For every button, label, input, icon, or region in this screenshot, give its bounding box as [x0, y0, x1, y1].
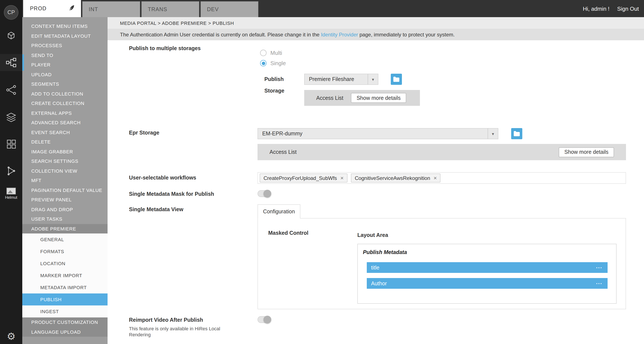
reimport-note: This feature is only available in HiRes … [129, 326, 232, 338]
workflow-tag-createproxy[interactable]: CreateProxyForUpload_SubWfs × [260, 174, 348, 182]
sidebar-item-external-apps[interactable]: EXTERNAL APPS [22, 108, 108, 118]
sidebar-subitem-metadata-import[interactable]: METADATA IMPORT [22, 282, 108, 294]
workflows-tag-input[interactable]: CreateProxyForUpload_SubWfs × CognitiveS… [258, 172, 626, 184]
dropdown-arrow-icon: ▾ [488, 128, 498, 139]
sidebar-item-edit-metadata-layout[interactable]: EDIT METADATA LAYOUT [22, 31, 108, 41]
avatar[interactable]: CP [4, 5, 18, 20]
epr-storage-show-more-button[interactable]: Show more details [559, 147, 614, 157]
metadata-field-label: title [371, 264, 380, 270]
reimport-toggle[interactable] [258, 316, 271, 323]
sidebar-item-add-to-collection[interactable]: ADD TO COLLECTION [22, 89, 108, 98]
folder-icon [514, 131, 520, 136]
sidebar-item-image-grabber[interactable]: IMAGE GRABBER [22, 147, 108, 156]
sidebar-item-upload[interactable]: UPLOAD [22, 70, 108, 79]
epr-storage-browse-button[interactable] [511, 128, 522, 139]
field-menu-icon[interactable]: ... [596, 263, 602, 269]
sidebar-item-delete[interactable]: DELETE [22, 137, 108, 147]
sidebar-item-event-search[interactable]: EVENT SEARCH [22, 128, 108, 137]
single-mask-label: Single Metadata Mask for Publish [129, 191, 214, 197]
apps-icon[interactable] [0, 135, 22, 152]
tab-trans[interactable]: TRANS [142, 1, 199, 17]
layout-area-label: Layout Area [357, 232, 388, 238]
publish-storage-dropdown[interactable]: Premiere Fileshare ▾ [304, 74, 378, 85]
metadata-field-author[interactable]: Author ... [367, 278, 608, 289]
radio-single[interactable]: Single [260, 60, 286, 66]
app-viewport: PROD INT TRANS DEV Hi, admin ! Sign Out … [0, 0, 644, 344]
icon-rail: CP Helmut ⚙ [0, 0, 22, 344]
single-mask-toggle[interactable] [258, 190, 271, 197]
sidebar-item-player[interactable]: PLAYER [22, 60, 108, 70]
sidebar: CONTEXT MENU ITEMS EDIT METADATA LAYOUT … [22, 17, 108, 344]
workflow-icon[interactable] [0, 54, 22, 71]
metadata-field-title[interactable]: title ... [367, 262, 608, 273]
environment-tabs: PROD INT TRANS DEV [23, 0, 258, 17]
publish-storage-label: Publish Storage [264, 74, 292, 97]
sidebar-subitem-location[interactable]: LOCATION [22, 258, 108, 270]
play-vector-icon[interactable] [0, 162, 22, 180]
publish-storage-access-panel: Access List Show more details [304, 90, 420, 106]
radio-single-circle [260, 60, 266, 66]
sidebar-item-language-upload[interactable]: LANGUAGE UPLOAD [22, 327, 108, 337]
cube-icon[interactable] [0, 28, 22, 44]
metadata-field-label: Author [371, 280, 387, 286]
warning-text-suffix: page, immediately to protect your system… [358, 32, 454, 38]
tab-trans-label: TRANS [148, 6, 167, 12]
sidebar-subitem-formats[interactable]: FORMATS [22, 246, 108, 258]
access-list-label: Access List [270, 149, 296, 155]
sign-out-link[interactable]: Sign Out [617, 5, 639, 12]
epr-storage-label: Epr Storage [129, 130, 160, 136]
workflow-tag-label: CognitiveServiceAwsRekognition [355, 175, 430, 181]
sidebar-item-product-customization[interactable]: PRODUCT CUSTOMIZATION [22, 318, 108, 327]
tab-prod[interactable]: PROD [23, 0, 81, 17]
access-list-label: Access List [316, 95, 343, 101]
remove-tag-icon[interactable]: × [434, 175, 437, 181]
sidebar-item-send-to[interactable]: SEND TO [22, 50, 108, 60]
quill-edit-icon [68, 5, 75, 12]
single-view-label: Single Metadata View [129, 206, 184, 212]
sidebar-item-collection-view[interactable]: COLLECTION VIEW [22, 166, 108, 176]
sidebar-item-pagination-default-value[interactable]: PAGINATION DEFAULT VALUE [22, 185, 108, 195]
sidebar-item-search-settings[interactable]: SEARCH SETTINGS [22, 156, 108, 166]
tab-dev[interactable]: DEV [200, 1, 258, 17]
sidebar-item-mft[interactable]: MFT [22, 176, 108, 185]
sidebar-item-user-tasks[interactable]: USER TASKS [22, 214, 108, 224]
topbar-user-area: Hi, admin ! Sign Out [583, 0, 639, 17]
publish-storage-show-more-button[interactable]: Show more details [351, 93, 406, 103]
sidebar-subitem-general[interactable]: GENERAL [22, 234, 108, 246]
branch-icon[interactable] [0, 82, 22, 98]
sidebar-item-create-collection[interactable]: CREATE COLLECTION [22, 98, 108, 108]
stack-icon[interactable] [0, 109, 22, 126]
reimport-label: Reimport Video After Publish [129, 317, 203, 323]
settings-gear-icon[interactable]: ⚙ [0, 332, 22, 342]
radio-multi[interactable]: Multi [260, 50, 282, 56]
radio-multi-circle [260, 50, 266, 56]
sidebar-subitem-marker-import[interactable]: MARKER IMPORT [22, 270, 108, 282]
sidebar-item-segments[interactable]: SEGMENTS [22, 79, 108, 89]
sidebar-item-drag-and-drop[interactable]: DRAG AND DROP [22, 204, 108, 214]
tab-configuration[interactable]: Configuration [258, 204, 300, 218]
publish-storage-value: Premiere Fileshare [305, 76, 368, 82]
sidebar-item-advanced-search[interactable]: ADVANCED SEARCH [22, 118, 108, 128]
identity-provider-link[interactable]: Identity Provider [321, 32, 358, 38]
adobe-premiere-submenu: GENERAL FORMATS LOCATION MARKER IMPORT M… [22, 234, 108, 318]
tab-int[interactable]: INT [82, 1, 140, 17]
helmut-thumbnail[interactable]: Helmut [0, 188, 22, 200]
field-menu-icon[interactable]: ... [596, 279, 602, 285]
remove-tag-icon[interactable]: × [340, 175, 344, 181]
sidebar-item-preview-panel[interactable]: PREVIEW PANEL [22, 195, 108, 204]
publish-settings-form: Publish to multiple storages Multi Singl… [108, 40, 644, 344]
thumbnail-label: Helmut [0, 195, 22, 200]
workflow-tag-cognitive[interactable]: CognitiveServiceAwsRekognition × [351, 174, 441, 182]
sidebar-subitem-ingest[interactable]: INGEST [22, 306, 108, 318]
sidebar-subitem-publish[interactable]: PUBLISH [22, 294, 108, 306]
epr-storage-dropdown[interactable]: EM-EPR-dummy ▾ [258, 128, 498, 139]
sidebar-item-processes[interactable]: PROCESSES [22, 41, 108, 50]
sidebar-item-adobe-premiere[interactable]: ADOBE PREMIERE [22, 224, 108, 234]
thumbnail-image [6, 188, 16, 194]
breadcrumb: MEDIA PORTAL > ADOBE PREMIERE > PUBLISH [108, 17, 644, 29]
publish-metadata-title: Publish Metadata [363, 249, 407, 255]
sidebar-item-context-menu-items[interactable]: CONTEXT MENU ITEMS [22, 22, 108, 31]
publish-storage-browse-button[interactable] [391, 74, 402, 85]
workflows-label: User-selectable workflows [129, 175, 196, 181]
tab-prod-label: PROD [30, 6, 46, 12]
